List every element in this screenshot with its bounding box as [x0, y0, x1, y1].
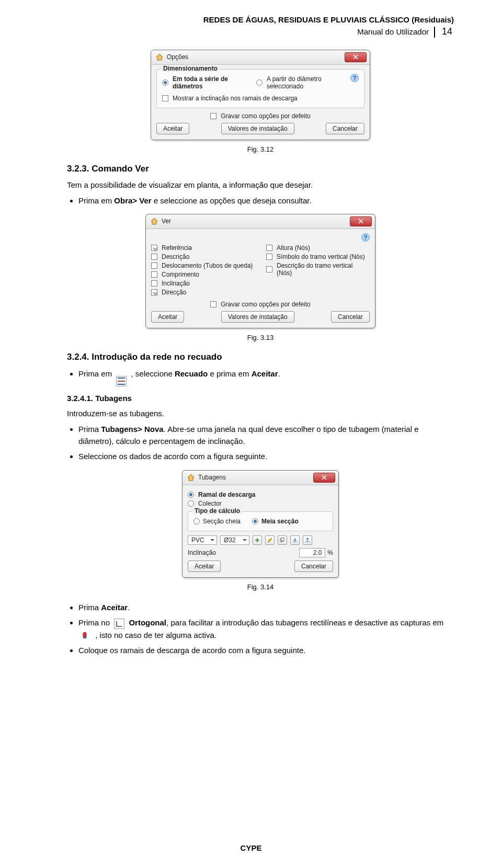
close-button[interactable] — [345, 52, 367, 62]
checkbox-gravar-defeito[interactable] — [210, 301, 216, 307]
final-bullet-1: Prima Aceitar. — [78, 601, 454, 613]
dialog-title: Tubagens — [198, 474, 310, 481]
document-subtitle: Manual do Utilizador — [357, 27, 435, 37]
radio-a-partir-diametro[interactable] — [256, 79, 263, 86]
radio-em-toda-serie[interactable] — [162, 79, 168, 86]
radio-seccao-cheia-label: Secção cheia — [203, 518, 241, 525]
help-icon[interactable]: ? — [361, 233, 370, 242]
dialog-title: Ver — [162, 218, 347, 225]
help-icon[interactable]: ? — [350, 74, 359, 82]
accept-button[interactable]: Aceitar — [188, 561, 221, 572]
radio-colector-label: Colector — [198, 500, 222, 507]
document-title: REDES DE ÁGUAS, RESIDUAIS E PLUVIAIS CLÁ… — [67, 15, 454, 25]
fig-caption-312: Fig. 3.12 — [67, 145, 454, 153]
checkbox-comprimento[interactable] — [151, 271, 157, 278]
app-icon — [187, 473, 195, 482]
cancel-button[interactable]: Cancelar — [326, 123, 364, 134]
group-tipo-calculo-title: Tipo de cálculo — [192, 507, 242, 515]
checkbox-referencia[interactable] — [151, 245, 157, 251]
close-button[interactable] — [350, 216, 372, 226]
dialog-ver: Ver ? Referência Descrição Deslocamento … — [145, 214, 375, 328]
copy-icon[interactable] — [278, 535, 287, 545]
radio-a-partir-diametro-label: A partir do diâmetro seleccionado — [267, 75, 350, 90]
checkbox-inclinacao-label: Inclinação — [162, 280, 190, 287]
install-values-button[interactable]: Valores de instalação — [221, 311, 294, 323]
dialog-title: Opções — [167, 53, 341, 61]
cancel-button[interactable]: Cancelar — [331, 311, 370, 323]
page-number: 14 — [440, 25, 454, 38]
accept-button[interactable]: Aceitar — [156, 123, 189, 134]
snap-magnet-icon — [81, 631, 91, 641]
dialog-opcoes: Opções Dimensionamento Em toda a série d… — [151, 50, 370, 140]
radio-colector[interactable] — [188, 500, 194, 507]
checkbox-descricao[interactable] — [151, 254, 157, 260]
inclinacao-field[interactable]: 2.0 — [299, 548, 325, 557]
checkbox-inclinacao[interactable] — [151, 280, 157, 287]
section-3241-bullet-1: Prima Tubagens> Nova. Abre-se uma janela… — [78, 423, 454, 448]
floor-selector-icon — [116, 376, 127, 386]
checkbox-mostrar-incl[interactable] — [162, 95, 168, 101]
export-icon[interactable] — [303, 535, 312, 545]
checkbox-altura-nos-label: Altura (Nós) — [277, 244, 310, 252]
dialog-tubagens: Tubagens Ramal de descarga Colector Tipo… — [182, 470, 339, 578]
app-icon — [155, 53, 164, 61]
checkbox-deslocamento-label: Deslocamento (Tubos de queda) — [162, 262, 253, 269]
checkbox-descricao-tramo[interactable] — [266, 266, 272, 272]
radio-seccao-cheia[interactable] — [193, 518, 200, 524]
footer: CYPE — [0, 843, 502, 852]
inclinacao-label: Inclinação — [188, 549, 216, 556]
svg-rect-3 — [85, 637, 86, 638]
document-header: REDES DE ÁGUAS, RESIDUAIS E PLUVIAIS CLÁ… — [67, 15, 454, 38]
material-select[interactable]: PVC — [188, 535, 217, 545]
cancel-button[interactable]: Cancelar — [294, 561, 333, 572]
checkbox-gravar-defeito-label: Gravar como opções por defeito — [221, 301, 310, 308]
fig-caption-313: Fig. 3.13 — [67, 334, 454, 341]
orthogonal-icon — [114, 619, 124, 629]
group-dimens-title: Dimensionamento — [161, 65, 220, 72]
checkbox-mostrar-incl-label: Mostrar a inclinação nos ramais de desca… — [173, 95, 298, 102]
checkbox-simbolo-tramo[interactable] — [266, 254, 272, 260]
add-icon[interactable] — [253, 535, 262, 545]
install-values-button[interactable]: Valores de instalação — [221, 123, 294, 134]
section-324-bullet-1: Prima em , seleccione Recuado e prima em… — [78, 368, 454, 386]
radio-ramal-descarga[interactable] — [188, 492, 194, 498]
radio-em-toda-serie-label: Em toda a série de diâmetros — [173, 75, 256, 90]
checkbox-descricao-tramo-label: Descrição do tramo vertical (Nós) — [277, 262, 370, 277]
checkbox-direccao-label: Direcção — [162, 289, 186, 296]
checkbox-descricao-label: Descrição — [162, 253, 189, 260]
checkbox-simbolo-tramo-label: Símbolo do tramo vertical (Nós) — [277, 253, 365, 260]
edit-icon[interactable] — [265, 535, 275, 545]
final-bullet-3: Coloque os ramais de descarga de acordo … — [78, 644, 454, 656]
section-3241-bullet-2: Seleccione os dados de acordo com a figu… — [78, 450, 454, 462]
section-3241-heading: 3.2.4.1. Tubagens — [67, 394, 454, 403]
section-3241-paragraph: Introduzem-se as tubagens. — [67, 408, 454, 419]
import-icon[interactable] — [290, 535, 300, 545]
checkbox-comprimento-label: Comprimento — [162, 271, 199, 278]
checkbox-deslocamento[interactable] — [151, 262, 157, 269]
accept-button[interactable]: Aceitar — [151, 311, 184, 323]
checkbox-referencia-label: Referência — [162, 244, 192, 252]
radio-meia-seccao-label: Meia secção — [261, 518, 299, 525]
checkbox-gravar-defeito-label: Gravar como opções por defeito — [221, 112, 310, 120]
section-324-heading: 3.2.4. Introdução da rede no recuado — [67, 352, 454, 362]
section-323-heading: 3.2.3. Comando Ver — [67, 164, 454, 174]
close-button[interactable] — [313, 473, 335, 483]
radio-meia-seccao[interactable] — [252, 518, 258, 524]
checkbox-gravar-defeito[interactable] — [210, 113, 216, 119]
fig-caption-314: Fig. 3.14 — [67, 583, 454, 591]
checkbox-altura-nos[interactable] — [266, 245, 272, 251]
diameter-select[interactable]: Ø32 — [220, 535, 249, 545]
radio-ramal-descarga-label: Ramal de descarga — [198, 491, 255, 498]
checkbox-direccao[interactable] — [151, 289, 157, 295]
app-icon — [150, 217, 158, 225]
section-323-bullet-1: Prima em Obra> Ver e seleccione as opçõe… — [78, 195, 454, 207]
svg-rect-1 — [281, 538, 284, 541]
svg-rect-2 — [83, 637, 85, 638]
section-323-paragraph: Tem a possibilidade de visualizar em pla… — [67, 179, 454, 190]
inclinacao-unit: % — [327, 549, 333, 556]
final-bullet-2: Prima no Ortogonal, para facilitar a int… — [78, 616, 454, 641]
